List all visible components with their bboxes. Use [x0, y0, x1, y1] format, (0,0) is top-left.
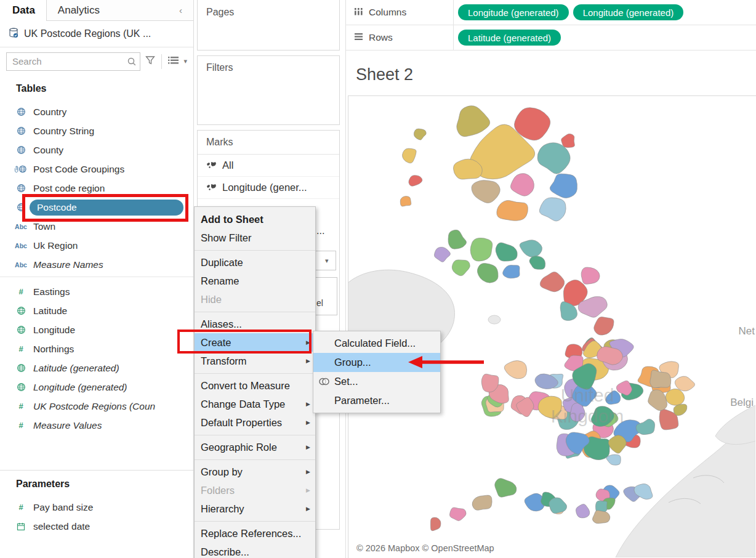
menu-item-change-data-type[interactable]: Change Data Type▶: [195, 395, 315, 413]
parameters-section-header: Parameters: [0, 471, 193, 498]
map-mark-icon: [206, 160, 217, 171]
globe-icon: [15, 306, 27, 315]
globe-icon: [15, 382, 27, 392]
field-post-code-groupings[interactable]: Post Code Groupings: [0, 160, 193, 179]
menu-item-show-filter[interactable]: Show Filter: [195, 228, 315, 247]
field-measure-names[interactable]: AbcMeasure Names: [0, 255, 193, 274]
field-label: Postcode: [30, 200, 183, 216]
hash-icon: #: [15, 287, 27, 296]
menu-item-default-properties[interactable]: Default Properties▶: [195, 413, 315, 432]
rows-shelf[interactable]: Rows Latitude (generated): [346, 25, 756, 51]
datasource-label: UK Postcode Regions (UK ...: [24, 28, 151, 39]
search-input[interactable]: [7, 53, 140, 70]
submenu-item-label: Group...: [334, 357, 371, 368]
menu-item-label: Geographic Role: [201, 442, 306, 453]
field-uk-region[interactable]: AbcUk Region: [0, 236, 193, 255]
menu-item-label: Show Filter: [201, 232, 310, 244]
submenu-item-group[interactable]: Group...: [313, 353, 440, 372]
globe-icon: [15, 184, 27, 193]
menu-item-label: Aliases...: [201, 318, 310, 330]
menu-item-aliases[interactable]: Aliases...: [195, 315, 315, 333]
pane-tabs: Data Analytics ‹: [0, 0, 193, 21]
field-label: Post Code Groupings: [33, 164, 188, 175]
submenu-item-parameter[interactable]: Parameter...: [313, 391, 440, 410]
field-latitude-generated[interactable]: Latitude (generated): [0, 358, 193, 378]
menu-item-rename[interactable]: Rename: [195, 272, 315, 290]
menu-separator: [195, 432, 315, 438]
submenu-item-set[interactable]: Set...: [313, 372, 440, 391]
field-eastings[interactable]: #Eastings: [0, 282, 193, 301]
field-label: UK Postcode Regions (Coun: [33, 401, 188, 412]
datasource-row[interactable]: UK Postcode Regions (UK ...: [0, 21, 193, 47]
dropdown-caret-icon[interactable]: ▾: [325, 257, 329, 265]
field-latitude[interactable]: Latitude: [0, 301, 193, 320]
menu-item-transform[interactable]: Transform▶: [195, 352, 315, 370]
pill-latitude-generated[interactable]: Latitude (generated): [458, 30, 561, 46]
parameter-pay-band-size[interactable]: #Pay band size: [0, 498, 193, 517]
menu-item-create[interactable]: Create▶: [195, 333, 315, 352]
map-attribution: © 2026 Mapbox © OpenStreetMap: [352, 542, 499, 554]
filter-fields-icon[interactable]: [145, 55, 156, 68]
rows-pills: Latitude (generated): [454, 30, 561, 46]
field-post-code-region[interactable]: Post code region: [0, 179, 193, 198]
field-uk-postcode-regions-coun[interactable]: #UK Postcode Regions (Coun: [0, 397, 193, 416]
submenu-arrow-icon: ▶: [306, 487, 310, 493]
menu-item-label: Create: [201, 337, 306, 349]
tab-data[interactable]: Data: [0, 0, 46, 21]
view-options-icon[interactable]: [167, 55, 179, 68]
field-county[interactable]: County: [0, 140, 193, 160]
marks-row-label: All: [222, 160, 233, 171]
menu-item-add-to-sheet[interactable]: Add to Sheet: [195, 210, 315, 228]
pill-longitude-generated[interactable]: Longitude (generated): [573, 4, 684, 20]
tab-analytics[interactable]: Analytics ‹: [46, 0, 193, 21]
submenu-item-calculated-field[interactable]: Calculated Field...: [313, 334, 440, 353]
view-options-caret-icon[interactable]: ▾: [183, 57, 187, 65]
marks-row-longitude-gener[interactable]: Longitude (gener...: [198, 177, 339, 199]
field-town[interactable]: AbcTown: [0, 217, 193, 236]
menu-item-describe[interactable]: Describe...: [195, 543, 315, 558]
field-northings[interactable]: #Northings: [0, 339, 193, 358]
parameter-selected-date[interactable]: selected date: [0, 517, 193, 536]
rows-shelf-label: Rows: [346, 25, 454, 50]
collapse-pane-icon[interactable]: ‹: [179, 5, 182, 15]
search-icon: [127, 57, 137, 69]
pill-longitude-generated[interactable]: Longitude (generated): [458, 4, 569, 20]
submenu-arrow-icon: ▶: [306, 469, 310, 475]
map-panel: UnitedKingdom Net Belgi © 2026 Mapbox © …: [348, 95, 756, 558]
tab-data-label: Data: [12, 4, 35, 17]
field-postcode[interactable]: Postcode: [0, 198, 193, 217]
field-label: County: [33, 145, 188, 156]
shelves: Columns Longitude (generated)Longitude (…: [346, 0, 756, 51]
menu-item-convert-to-measure[interactable]: Convert to Measure: [195, 376, 315, 395]
marks-label: Marks: [198, 131, 339, 155]
abc-icon: Abc: [15, 223, 27, 230]
search-box: [6, 52, 140, 71]
globe-group-icon: [15, 164, 27, 174]
label-button-text-fragment: el: [316, 298, 323, 308]
menu-item-label: Rename: [201, 275, 310, 287]
field-label: Measure Names: [33, 259, 188, 270]
field-country-string[interactable]: Country String: [0, 121, 193, 140]
marks-row-all[interactable]: All: [198, 155, 339, 177]
field-longitude-generated[interactable]: Longitude (generated): [0, 378, 193, 397]
globe-icon: [15, 363, 27, 373]
field-measure-values[interactable]: #Measure Values: [0, 416, 193, 435]
pages-shelf[interactable]: Pages: [197, 0, 340, 51]
menu-item-replace-references[interactable]: Replace References...: [195, 524, 315, 543]
toolbar-divider: [161, 54, 162, 69]
field-country[interactable]: Country: [0, 102, 193, 121]
map-mark-icon: [206, 182, 217, 193]
field-longitude[interactable]: Longitude: [0, 320, 193, 339]
filters-shelf[interactable]: Filters: [197, 55, 340, 125]
menu-item-geographic-role[interactable]: Geographic Role▶: [195, 438, 315, 456]
menu-item-group-by[interactable]: Group by▶: [195, 463, 315, 481]
menu-item-duplicate[interactable]: Duplicate: [195, 253, 315, 272]
menu-item-label: Convert to Measure: [201, 380, 310, 392]
create-submenu: Calculated Field...Group...Set...Paramet…: [313, 331, 441, 413]
columns-shelf[interactable]: Columns Longitude (generated)Longitude (…: [346, 0, 756, 25]
field-label: Measure Values: [33, 420, 188, 431]
menu-item-hierarchy[interactable]: Hierarchy▶: [195, 499, 315, 518]
submenu-arrow-icon: ▶: [306, 444, 310, 450]
map-visualization[interactable]: UnitedKingdom: [348, 96, 755, 557]
svg-text:Kingdom: Kingdom: [551, 406, 624, 426]
